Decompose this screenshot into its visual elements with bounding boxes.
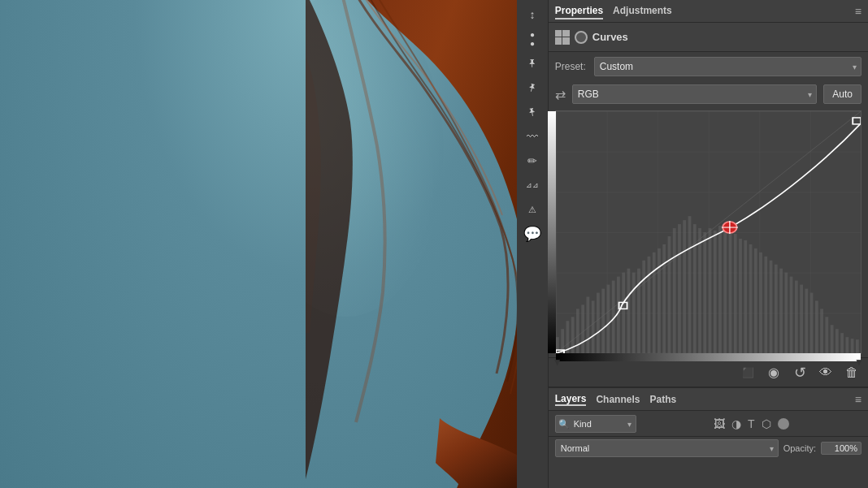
svg-rect-27 [673, 228, 676, 353]
svg-rect-28 [678, 224, 681, 353]
svg-rect-41 [744, 240, 747, 353]
svg-rect-54 [809, 293, 813, 354]
svg-rect-53 [805, 289, 808, 353]
svg-rect-25 [662, 244, 666, 353]
curves-title-label: Curves [592, 31, 861, 43]
tool-warning[interactable]: ⚠ [521, 198, 544, 221]
black-point-marker[interactable]: ▼ [553, 356, 562, 368]
tab-channels[interactable]: Channels [596, 394, 640, 405]
svg-rect-37 [723, 228, 727, 353]
tool-smooth[interactable]: ⊿⊿ [521, 174, 544, 196]
filter-image-icon[interactable]: 🖼 [714, 417, 725, 430]
svg-rect-18 [627, 269, 630, 353]
svg-rect-14 [606, 285, 610, 353]
tab-paths[interactable]: Paths [649, 394, 676, 405]
svg-rect-63 [856, 339, 859, 353]
svg-rect-46 [769, 261, 772, 353]
preset-select-wrapper: Custom Default Strong Contrast Medium Co… [594, 57, 861, 76]
clip-to-layer-icon[interactable]: ⬛ [738, 363, 757, 382]
tool-speak[interactable]: 💬 [521, 222, 544, 245]
svg-rect-57 [825, 317, 828, 353]
svg-rect-56 [820, 309, 823, 353]
gradient-bar-vertical [548, 111, 556, 353]
hair-silhouette [306, 0, 517, 488]
svg-rect-38 [728, 231, 731, 353]
tool-eyedropper-3[interactable]: 🖈 [519, 99, 545, 125]
svg-rect-47 [775, 265, 778, 353]
svg-rect-31 [693, 224, 697, 353]
svg-rect-62 [850, 339, 853, 353]
curves-title-bar: Curves [549, 23, 868, 52]
reset-icon[interactable]: ↺ [790, 363, 809, 382]
curves-area: ▼ ▼ [555, 110, 861, 354]
header-tabs: Properties Adjustments [555, 3, 672, 19]
layers-menu-icon[interactable]: ≡ [855, 393, 861, 406]
svg-rect-8 [576, 309, 579, 353]
curves-svg [556, 111, 861, 353]
svg-rect-9 [581, 304, 584, 353]
panel-menu-icon[interactable]: ≡ [855, 5, 861, 18]
svg-rect-13 [601, 289, 605, 353]
opacity-label: Opacity: [783, 443, 816, 453]
layers-panel: Layers Channels Paths ≡ 🔍 Kind ▾ 🖼 ◑ T ⬡ [549, 387, 868, 488]
svg-rect-30 [688, 216, 691, 353]
normal-row: Normal Multiply Screen Overlay Soft Ligh… [549, 437, 868, 460]
filter-adjustment-icon[interactable]: ◑ [731, 417, 741, 430]
svg-rect-33 [703, 232, 706, 353]
tool-arrow[interactable]: ↕ [521, 3, 544, 26]
auto-button[interactable]: Auto [823, 84, 861, 104]
svg-rect-55 [815, 300, 818, 353]
channel-arrow-icon[interactable]: ⇄ [555, 87, 566, 102]
filter-dot-icon[interactable] [778, 418, 789, 430]
svg-rect-59 [835, 329, 839, 353]
svg-rect-29 [683, 220, 686, 353]
svg-rect-23 [653, 253, 656, 353]
panel-header: Properties Adjustments ≡ [549, 0, 868, 23]
normal-select-wrapper: Normal Multiply Screen Overlay Soft Ligh… [555, 439, 779, 457]
curves-canvas[interactable]: ▼ ▼ [555, 110, 861, 354]
svg-rect-11 [592, 300, 595, 353]
toggle-visibility-icon[interactable]: 👁 [816, 363, 835, 382]
svg-rect-20 [637, 269, 640, 353]
svg-rect-26 [667, 236, 671, 353]
toolbar: ↕ ●● 🖈 🖈 🖈 〰 ✏ ⊿⊿ ⚠ 💬 [517, 0, 549, 488]
svg-rect-24 [658, 248, 661, 353]
svg-rect-22 [647, 257, 650, 353]
svg-rect-52 [800, 285, 803, 353]
kind-select[interactable]: Kind [555, 415, 636, 433]
filter-shape-icon[interactable]: ⬡ [762, 417, 771, 430]
svg-rect-61 [845, 337, 848, 353]
tool-eyedropper-1[interactable]: 🖈 [521, 52, 544, 75]
tab-layers[interactable]: Layers [555, 393, 587, 406]
svg-rect-10 [586, 296, 589, 353]
svg-rect-48 [779, 269, 783, 353]
tool-1[interactable]: ●● [521, 28, 544, 50]
svg-rect-50 [789, 277, 792, 353]
tool-pencil[interactable]: ✏ [521, 149, 544, 172]
svg-rect-32 [698, 228, 701, 353]
gradient-bar-horizontal [556, 353, 861, 361]
svg-rect-35 [714, 231, 717, 353]
preset-row: Preset: Custom Default Strong Contrast M… [549, 52, 868, 81]
filter-type-icon[interactable]: T [748, 417, 755, 430]
kind-select-wrapper: 🔍 Kind ▾ [555, 415, 636, 433]
right-panel: Properties Adjustments ≡ Curves Preset: … [549, 0, 868, 488]
tool-curve[interactable]: 〰 [521, 125, 544, 148]
svg-rect-19 [632, 273, 636, 353]
svg-rect-45 [764, 257, 767, 353]
opacity-value[interactable]: 100% [821, 442, 861, 455]
filter-icons: 🖼 ◑ T ⬡ [641, 417, 861, 430]
tool-eyedropper-2[interactable]: 🖈 [519, 74, 546, 101]
tab-properties[interactable]: Properties [555, 3, 603, 19]
layers-header: Layers Channels Paths ≡ [549, 388, 868, 411]
white-point-marker[interactable]: ▼ [854, 356, 864, 368]
svg-rect-43 [754, 248, 757, 353]
tab-adjustments[interactable]: Adjustments [613, 3, 672, 19]
channel-select[interactable]: RGB Red Green Blue [572, 84, 818, 104]
blend-mode-select[interactable]: Normal Multiply Screen Overlay Soft Ligh… [555, 439, 779, 457]
svg-rect-17 [622, 273, 625, 353]
svg-rect-40 [739, 239, 742, 353]
view-previous-icon[interactable]: ◉ [764, 363, 783, 382]
preset-select[interactable]: Custom Default Strong Contrast Medium Co… [594, 57, 861, 76]
photo-canvas [0, 0, 517, 488]
